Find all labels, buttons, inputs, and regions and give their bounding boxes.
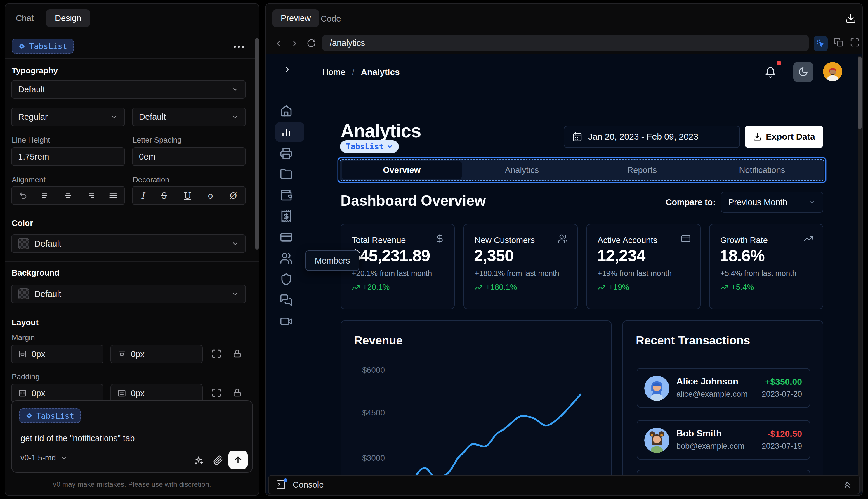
credit-card-icon (681, 234, 691, 244)
date-range-button[interactable]: Jan 20, 2023 - Feb 09, 2023 (564, 126, 740, 148)
transaction-row[interactable]: Alice Johnson alice@example.com +$350.00… (637, 368, 810, 407)
font-weight-select[interactable]: Regular (11, 108, 125, 126)
receipt-icon (280, 210, 293, 223)
composer-element-chip[interactable]: TabsList (19, 409, 80, 423)
pointer-mode-icon (816, 39, 826, 48)
refresh-button[interactable] (307, 39, 316, 48)
padding-x-input[interactable]: 0px (11, 384, 103, 403)
sidebar-item-invoices[interactable] (280, 147, 293, 159)
v0-workspace: Chat Design TabsList Typography Default … (0, 0, 868, 499)
transaction-row[interactable]: Bob Smith bob@example.com -$120.50 2023-… (637, 420, 810, 460)
padding-horizontal-icon (18, 389, 27, 398)
copy-button[interactable] (833, 37, 843, 47)
nav-back-button[interactable] (274, 39, 283, 48)
italic-button[interactable]: I (141, 191, 145, 201)
overline-button[interactable]: o (208, 191, 213, 201)
no-decoration-button[interactable]: Ø (230, 191, 237, 201)
transaction-amount: -$120.50 (768, 429, 802, 439)
padding-lock-button[interactable] (233, 388, 242, 397)
tab-chat[interactable]: Chat (16, 13, 34, 23)
console-expand-button[interactable] (842, 480, 852, 490)
align-center-button[interactable] (64, 191, 72, 200)
strikethrough-button[interactable]: S (161, 191, 168, 201)
padding-expand-button[interactable] (211, 388, 221, 398)
sidebar-item-receipts[interactable] (280, 210, 293, 223)
sidebar-item-messages[interactable] (280, 294, 293, 307)
reset-alignment-button[interactable] (19, 191, 27, 200)
nav-forward-button[interactable] (290, 39, 299, 48)
send-button[interactable] (228, 450, 248, 469)
trending-up-icon (352, 283, 360, 292)
padding-y-input[interactable]: 0px (110, 384, 203, 403)
fullscreen-icon (850, 37, 860, 47)
letter-spacing-input[interactable]: 0em (132, 147, 246, 166)
paperclip-icon (213, 455, 223, 465)
design-panel: Chat Design TabsList Typography Default … (5, 3, 259, 496)
sidebar-item-members[interactable] (280, 252, 293, 265)
line-height-input[interactable]: 1.75rem (11, 147, 125, 166)
video-icon (280, 315, 293, 328)
attach-file-button[interactable] (213, 455, 223, 465)
color-section-title: Color (12, 219, 33, 228)
notifications-bell-button[interactable] (765, 66, 776, 78)
background-select[interactable]: Default (11, 284, 246, 303)
underline-button[interactable]: U (184, 191, 191, 201)
design-panel-scrollbar[interactable] (255, 38, 259, 250)
sidebar-item-analytics[interactable] (280, 126, 293, 138)
sparkles-icon (193, 455, 204, 466)
export-data-button[interactable]: Export Data (745, 126, 823, 148)
messages-icon (280, 294, 293, 307)
color-select[interactable]: Default (11, 234, 246, 253)
tab-notifications[interactable]: Notifications (702, 161, 822, 179)
tab-code[interactable]: Code (321, 14, 341, 24)
font-family-select[interactable]: Default (11, 80, 246, 99)
margin-expand-button[interactable] (211, 349, 221, 359)
fullscreen-button[interactable] (850, 37, 860, 47)
align-right-icon (86, 191, 95, 200)
element-menu-button[interactable] (233, 45, 245, 49)
avatar (644, 428, 669, 453)
model-selector[interactable]: v0-1.5-md (21, 453, 67, 462)
tab-preview[interactable]: Preview (272, 9, 319, 27)
dark-mode-toggle[interactable] (793, 62, 813, 82)
lock-icon (233, 349, 242, 358)
align-right-button[interactable] (86, 191, 95, 200)
font-size-select[interactable]: Default (132, 108, 246, 126)
stat-delta: +19% (597, 283, 629, 292)
align-justify-icon (109, 191, 117, 200)
prompt-input[interactable]: get rid of the "notifications" tab (21, 434, 136, 444)
margin-horizontal-icon (18, 350, 27, 358)
sidebar-item-wallet[interactable] (280, 189, 293, 202)
tab-overview[interactable]: Overview (342, 161, 462, 179)
margin-lock-button[interactable] (233, 349, 242, 358)
align-left-button[interactable] (41, 191, 50, 200)
tab-reports[interactable]: Reports (582, 161, 702, 179)
sidebar-expand-button[interactable] (283, 65, 292, 74)
margin-x-input[interactable]: 0px (11, 345, 103, 363)
download-button[interactable] (845, 13, 856, 24)
preview-scrollbar-thumb[interactable] (858, 57, 861, 129)
url-bar[interactable]: /analytics (322, 35, 809, 51)
revenue-chart-card: Revenue $6000 $4500 $3000 (340, 320, 611, 494)
layout-section-title: Layout (12, 318, 39, 327)
tab-analytics[interactable]: Analytics (462, 161, 582, 179)
selected-element-chip[interactable]: TabsList (12, 39, 74, 54)
sidebar-item-home[interactable] (280, 104, 293, 117)
tab-design[interactable]: Design (46, 9, 90, 27)
enhance-prompt-button[interactable] (193, 455, 204, 466)
margin-vertical-icon (117, 350, 126, 358)
margin-y-input[interactable]: 0px (110, 345, 203, 363)
compare-select[interactable]: Previous Month (721, 192, 823, 213)
align-justify-button[interactable] (109, 191, 117, 200)
sidebar-item-security[interactable] (280, 273, 293, 286)
selected-component-badge[interactable]: TabsList (340, 140, 399, 153)
breadcrumb-home[interactable]: Home (322, 67, 346, 77)
console-bar[interactable]: Console (268, 475, 860, 494)
pointer-mode-button[interactable] (814, 36, 828, 51)
sidebar-item-files[interactable] (280, 168, 293, 181)
user-avatar[interactable] (823, 62, 842, 81)
chat-composer[interactable]: TabsList get rid of the "notifications" … (11, 400, 253, 473)
app-header: Home / Analytics (266, 54, 862, 89)
sidebar-item-cards[interactable] (280, 231, 293, 244)
sidebar-item-video[interactable] (280, 315, 293, 328)
